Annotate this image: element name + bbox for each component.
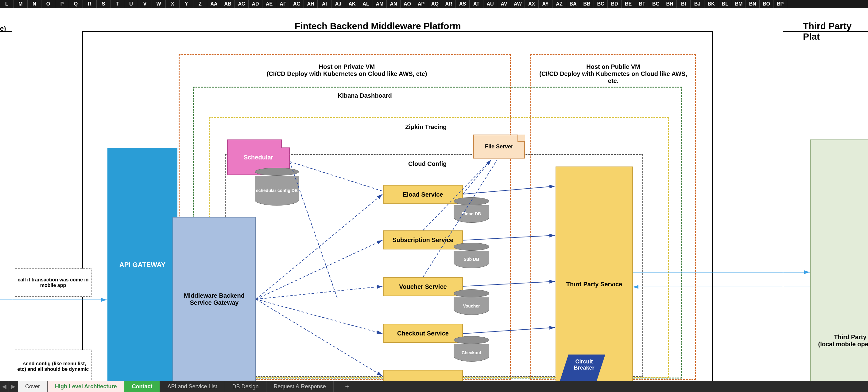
column-AY[interactable]: AY [539, 0, 553, 8]
schedular-label: Schedular [244, 154, 274, 161]
column-S[interactable]: S [97, 0, 111, 8]
host-public-line1: Host on Public VM [536, 63, 690, 71]
host-private-text: Host on Private VM (CI/CD Deploy with Ku… [246, 63, 448, 77]
sub-db-label: Sub DB [464, 257, 479, 262]
voucher-box: Voucher Service [383, 277, 463, 296]
column-BH[interactable]: BH [663, 0, 677, 8]
column-M[interactable]: M [14, 0, 28, 8]
voucher-db-label: Voucher [463, 304, 480, 308]
column-AN[interactable]: AN [387, 0, 401, 8]
column-U[interactable]: U [124, 0, 138, 8]
column-BJ[interactable]: BJ [691, 0, 704, 8]
tab-nav-prev[interactable]: ◀ [0, 381, 9, 392]
column-BG[interactable]: BG [649, 0, 663, 8]
column-X[interactable]: X [166, 0, 180, 8]
column-AD[interactable]: AD [249, 0, 262, 8]
column-AX[interactable]: AX [525, 0, 539, 8]
column-AP[interactable]: AP [414, 0, 428, 8]
eload-db: Eload DB [454, 197, 489, 223]
column-AA[interactable]: AA [207, 0, 221, 8]
column-P[interactable]: P [55, 0, 69, 8]
column-BP[interactable]: BP [773, 0, 787, 8]
column-O[interactable]: O [41, 0, 55, 8]
column-BO[interactable]: BO [760, 0, 773, 8]
column-AS[interactable]: AS [456, 0, 470, 8]
note-config: - send config (like menu list, etc) and … [15, 349, 91, 384]
column-Z[interactable]: Z [193, 0, 207, 8]
column-V[interactable]: V [138, 0, 152, 8]
third-party-service-box: Third Party Service [556, 167, 633, 382]
column-T[interactable]: T [111, 0, 124, 8]
column-AM[interactable]: AM [373, 0, 387, 8]
file-server-box: File Server [473, 135, 525, 159]
tab-cover[interactable]: Cover [18, 381, 48, 392]
checkout-db: Checkout [454, 336, 489, 362]
tab-db-label: DB Design [232, 384, 259, 390]
column-header: LMNOPQRSTUVWXYZAAABACADAEAFAGAHAIAJAKALA… [0, 0, 868, 8]
tab-nav-next[interactable]: ▶ [9, 381, 18, 392]
tab-cover-label: Cover [25, 384, 40, 390]
checkout-box: Checkout Service [383, 324, 463, 343]
column-AJ[interactable]: AJ [332, 0, 345, 8]
column-AW[interactable]: AW [511, 0, 525, 8]
column-AE[interactable]: AE [262, 0, 276, 8]
column-BD[interactable]: BD [608, 0, 622, 8]
tab-api-service-list[interactable]: API and Service List [160, 381, 225, 392]
column-BC[interactable]: BC [594, 0, 608, 8]
column-AH[interactable]: AH [304, 0, 318, 8]
tab-request-response[interactable]: Request & Response [267, 381, 334, 392]
column-BA[interactable]: BA [566, 0, 580, 8]
column-N[interactable]: N [28, 0, 41, 8]
tab-high-level-architecture[interactable]: High Level Architecture [48, 381, 124, 392]
tab-contact[interactable]: Contact [124, 381, 160, 392]
api-gateway-label: API GATEWAY [119, 261, 165, 269]
tab-db-design[interactable]: DB Design [225, 381, 267, 392]
column-BI[interactable]: BI [677, 0, 691, 8]
column-BM[interactable]: BM [732, 0, 746, 8]
schedular-db-label: schedular config DB [256, 188, 298, 193]
column-AQ[interactable]: AQ [428, 0, 442, 8]
column-AT[interactable]: AT [470, 0, 484, 8]
column-Q[interactable]: Q [69, 0, 83, 8]
column-BB[interactable]: BB [580, 0, 594, 8]
column-BF[interactable]: BF [636, 0, 649, 8]
checkout-db-label: Checkout [462, 350, 481, 355]
sub-db: Sub DB [454, 243, 489, 268]
column-AC[interactable]: AC [235, 0, 249, 8]
column-L[interactable]: L [0, 0, 14, 8]
column-Y[interactable]: Y [180, 0, 193, 8]
kibana-label: Kibana Dashboard [338, 92, 392, 99]
column-AB[interactable]: AB [221, 0, 235, 8]
column-AO[interactable]: AO [401, 0, 414, 8]
column-AV[interactable]: AV [497, 0, 511, 8]
column-AI[interactable]: AI [318, 0, 332, 8]
voucher-label: Voucher Service [399, 283, 446, 290]
column-BE[interactable]: BE [622, 0, 636, 8]
column-AU[interactable]: AU [484, 0, 497, 8]
tab-add[interactable]: ＋ [334, 381, 361, 392]
column-R[interactable]: R [83, 0, 97, 8]
column-BK[interactable]: BK [704, 0, 718, 8]
cloud-config-label: Cloud Config [408, 160, 447, 167]
column-W[interactable]: W [152, 0, 166, 8]
host-private-line2: (CI/CD Deploy with Kubernetes on Cloud l… [246, 71, 448, 77]
column-AR[interactable]: AR [442, 0, 456, 8]
column-AL[interactable]: AL [359, 0, 373, 8]
host-public-text: Host on Public VM (CI/CD Deploy with Kub… [536, 63, 690, 84]
checkout-label: Checkout Service [397, 330, 449, 337]
api-gateway-box: API GATEWAY [107, 148, 177, 382]
column-AZ[interactable]: AZ [553, 0, 566, 8]
column-AG[interactable]: AG [290, 0, 304, 8]
sheet-tab-bar: ◀ ▶ Cover High Level Architecture Contac… [0, 381, 868, 392]
circuit-breaker-label: Circuit Breaker [567, 359, 601, 371]
tab-contact-label: Contact [132, 384, 152, 390]
note-config-text: - send config (like menu list, etc) and … [16, 361, 90, 372]
column-AK[interactable]: AK [345, 0, 359, 8]
diagram-canvas: e) Fintech Backend Middleware Platform T… [0, 8, 868, 381]
eload-label: Eload Service [403, 191, 443, 198]
tab-hla-label: High Level Architecture [55, 384, 117, 390]
column-BL[interactable]: BL [718, 0, 732, 8]
column-BN[interactable]: BN [746, 0, 760, 8]
column-AF[interactable]: AF [276, 0, 290, 8]
right-title: Third Party Plat [803, 21, 868, 42]
